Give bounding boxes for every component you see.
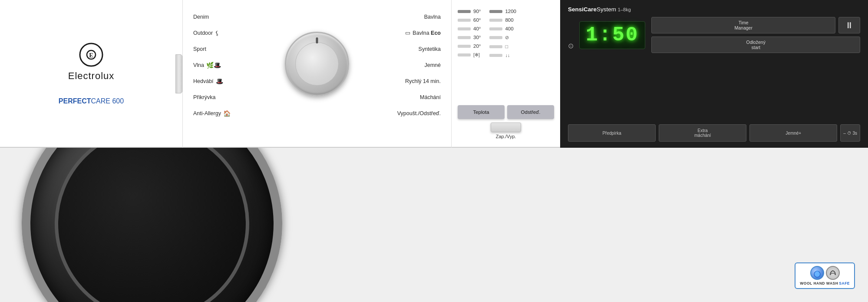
cert-wool-text: WOOL HAND WASH bbox=[800, 281, 838, 285]
water-drop-icon bbox=[812, 268, 822, 278]
spin-off[interactable]: ⊘ bbox=[489, 35, 516, 40]
temp-20-led bbox=[458, 45, 471, 48]
program-bavlna-eco[interactable]: ▭ Bavlna Eco bbox=[358, 27, 441, 39]
knob-inner bbox=[295, 42, 339, 86]
display-right-buttons: TimeManager ⏸ Odložený start bbox=[651, 17, 860, 53]
spin-drain[interactable]: ↓↓ bbox=[489, 53, 516, 58]
control-strip: E Electrolux PERFECTCARE 600 Denim bbox=[0, 0, 868, 148]
temp-90[interactable]: 90° bbox=[458, 9, 481, 14]
program-anti-allergy[interactable]: Anti-Allergy 🏠 bbox=[193, 107, 276, 119]
brand-area: E Electrolux bbox=[68, 43, 115, 82]
washing-machine: E Electrolux PERFECTCARE 600 Denim bbox=[0, 0, 868, 302]
spin-off-led bbox=[489, 36, 502, 39]
spin-drain-led bbox=[489, 54, 502, 57]
display-section: SensiCareSystem 1–8kg ⊙ 1:50 TimeManager bbox=[560, 0, 868, 148]
spin-1200-led bbox=[489, 10, 502, 13]
top-button-row: TimeManager ⏸ bbox=[651, 17, 860, 33]
display-area: SensiCareSystem 1–8kg ⊙ 1:50 TimeManager bbox=[568, 6, 860, 142]
display-bottom-buttons: Předpírka Extramáchání Jemné+ – ⏱ 3s bbox=[568, 124, 860, 142]
spin-800[interactable]: 800 bbox=[489, 17, 516, 23]
electrolux-logo: E bbox=[79, 43, 103, 67]
brand-section: E Electrolux PERFECTCARE 600 bbox=[0, 0, 182, 148]
program-dial[interactable] bbox=[285, 32, 349, 96]
washing-door bbox=[22, 148, 282, 302]
power-label: Zap./Vyp. bbox=[496, 134, 516, 139]
temp-30[interactable]: 30° bbox=[458, 35, 481, 40]
lcd-time: 1:50 bbox=[586, 25, 639, 45]
program-bavlna[interactable]: Bavlna bbox=[358, 11, 441, 23]
temp-30-led bbox=[458, 36, 471, 39]
brand-name: Electrolux bbox=[68, 70, 115, 82]
spin-column: 1200 800 400 ⊘ bbox=[489, 9, 516, 101]
temperature-column: 90° 60° 40° 30° bbox=[458, 9, 481, 101]
cert-icons bbox=[810, 266, 840, 280]
model-name: CARE bbox=[91, 97, 110, 105]
temp-60[interactable]: 60° bbox=[458, 17, 481, 23]
door-handle[interactable] bbox=[175, 54, 182, 93]
teplota-button[interactable]: Teplota bbox=[458, 105, 505, 119]
program-rychly[interactable]: Rychlý 14 min. bbox=[358, 75, 441, 87]
display-middle: ⊙ 1:50 TimeManager ⏸ Odložený start bbox=[568, 17, 860, 53]
anti-allergy-icon: 🏠 bbox=[223, 110, 231, 117]
program-machani[interactable]: Máchání bbox=[358, 91, 441, 103]
program-jemne[interactable]: Jemné bbox=[358, 59, 441, 71]
outdoor-icon: ⚸ bbox=[215, 30, 219, 37]
certifications: WOOL HAND WASH SAFE bbox=[795, 262, 855, 289]
hedvabi-icon: 🎩 bbox=[216, 78, 223, 85]
model-number: 600 bbox=[112, 97, 124, 105]
logo-icon: E bbox=[79, 43, 103, 67]
program-outdoor[interactable]: Outdoor ⚸ bbox=[193, 27, 276, 39]
display-title-row: SensiCareSystem 1–8kg bbox=[568, 6, 860, 13]
spin-1200[interactable]: 1200 bbox=[489, 9, 516, 14]
door-inner-glass bbox=[55, 148, 249, 302]
programs-right: Bavlna ▭ Bavlna Eco Syntetika Jemné Rych… bbox=[358, 9, 441, 122]
temp-20[interactable]: 20° bbox=[458, 43, 481, 49]
program-prikryvka[interactable]: Přikrývka bbox=[193, 91, 276, 103]
bottom-area: WOOL HAND WASH SAFE bbox=[0, 148, 868, 302]
predpirka-button[interactable]: Předpírka bbox=[568, 124, 656, 142]
temp-60-led bbox=[458, 19, 471, 22]
svg-text:E: E bbox=[89, 52, 93, 59]
temp-cold-led bbox=[458, 53, 471, 56]
cert-box: WOOL HAND WASH SAFE bbox=[795, 262, 855, 289]
odstred-button[interactable]: Odstřeď. bbox=[507, 105, 554, 119]
vlna-icon: 🌿🎩 bbox=[206, 62, 221, 69]
jemne-plus-button[interactable]: Jemné+ bbox=[749, 124, 837, 142]
model-label: PERFECTCARE 600 bbox=[59, 97, 124, 105]
spin-rinse-led bbox=[489, 45, 502, 48]
knob-indicator bbox=[316, 37, 318, 43]
temp-spin-buttons: Teplota Odstřeď. bbox=[458, 101, 554, 119]
selectors-grid: 90° 60° 40° 30° bbox=[458, 9, 554, 101]
model-prefix: PERFECT bbox=[59, 97, 91, 105]
spin-400-led bbox=[489, 27, 502, 30]
program-knob[interactable] bbox=[285, 32, 349, 96]
spin-400[interactable]: 400 bbox=[489, 26, 516, 31]
time-manager-button[interactable]: TimeManager bbox=[651, 17, 835, 33]
woolmark-icon bbox=[826, 266, 840, 280]
program-hedvabi[interactable]: Hedvábí 🎩 bbox=[193, 75, 276, 87]
cert-text-area: WOOL HAND WASH SAFE bbox=[800, 281, 850, 285]
display-title: SensiCareSystem 1–8kg bbox=[568, 6, 631, 13]
wifi-icon: ⊙ bbox=[568, 42, 574, 50]
timer-3s-button[interactable]: – ⏱ 3s bbox=[840, 124, 860, 142]
temp-40-led bbox=[458, 27, 471, 30]
temp-40[interactable]: 40° bbox=[458, 26, 481, 31]
program-sport[interactable]: Sport bbox=[193, 43, 276, 55]
program-denim[interactable]: Denim bbox=[193, 11, 276, 23]
woolmark-symbol bbox=[828, 268, 838, 278]
spin-800-led bbox=[489, 19, 502, 22]
selectors-section: 90° 60° 40° 30° bbox=[452, 0, 560, 148]
play-pause-button[interactable]: ⏸ bbox=[838, 17, 860, 33]
program-syntetika[interactable]: Syntetika bbox=[358, 43, 441, 55]
cert-safe-text: SAFE bbox=[839, 281, 850, 285]
program-vlna[interactable]: Vlna 🌿🎩 bbox=[193, 59, 276, 71]
programs-left: Denim Outdoor ⚸ Sport Vlna 🌿🎩 Hedvábí bbox=[193, 9, 276, 122]
temp-cold[interactable]: [✻] bbox=[458, 52, 481, 58]
extra-machani-button[interactable]: Extramáchání bbox=[659, 124, 746, 142]
programs-grid: Denim Outdoor ⚸ Sport Vlna 🌿🎩 Hedvábí bbox=[193, 9, 441, 122]
temp-90-led bbox=[458, 10, 471, 13]
power-button[interactable] bbox=[491, 123, 521, 132]
odlozeny-start-button[interactable]: Odložený start bbox=[651, 37, 860, 53]
spin-rinse[interactable]: □ bbox=[489, 44, 516, 49]
program-vypousti[interactable]: Vypoušt./Odstřeď. bbox=[358, 107, 441, 119]
